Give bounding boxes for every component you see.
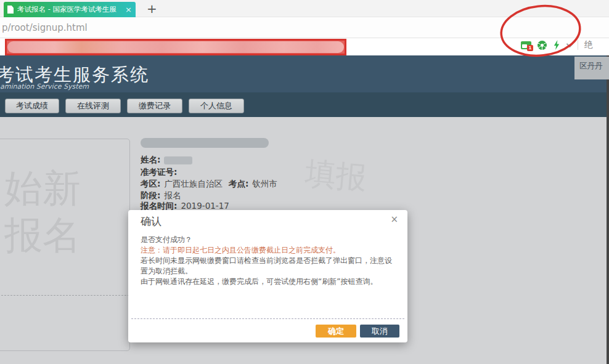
extension-label[interactable]: 绝 [584,39,593,51]
dialog-dashed-divider [131,318,404,319]
watermark-new-signup: 始新 报名 [4,165,81,259]
lightning-icon[interactable] [553,40,560,50]
toolbar-icons: 1 绝 [521,39,593,51]
dialog-line-refresh-hint: 由于网银通讯存在延迟，缴费完成后，可尝试使用右侧“刷新”按钮查询。 [141,277,399,287]
site-label: 考点: [229,179,248,188]
nav-online-test[interactable]: 在线评测 [65,99,121,113]
page-favicon-icon [7,6,14,14]
chevron-down-icon[interactable] [566,41,573,47]
time-label: 报名时间: [141,201,177,211]
nav-payment-records[interactable]: 缴费记录 [127,99,182,113]
aperture-icon[interactable] [537,41,547,50]
name-label: 姓名: [141,155,160,164]
ticket-label: 准考证号: [141,167,177,177]
watermark-line2: 报名 [4,212,81,259]
dialog-close-icon[interactable]: × [390,214,398,225]
dialog-line-notice: 注意：请于即日起七日之内且公告缴费截止日之前完成支付。 [141,245,399,256]
extension-window-icon[interactable]: 1 [521,41,531,49]
dialog-line-popup-hint: 若长时间未显示网银缴费窗口请检查当前浏览器是否拦截了弹出窗口，注意设置为取消拦截… [141,256,399,277]
left-panel: 始新 报名 [0,139,130,351]
tab-close-icon[interactable]: × [125,5,132,14]
browser-window: 考试报名 - 国家医学考试考生服 × + p/root/signup.html … [0,0,609,364]
notification-badge: 1 [527,45,533,51]
area-value: 广西壮族自治区 [164,179,223,188]
blurred-heading [141,138,269,148]
nav-exam-scores[interactable]: 考试成绩 [5,99,59,113]
info-stage: 阶段:报名 [141,190,181,201]
tab-title: 考试报名 - 国家医学考试考生服 [17,5,121,14]
redaction-box [5,39,346,55]
main-content: 始新 报名 填报 姓名: 准考证号: 考区:广西壮族自治区考点:钦州市 阶段:报… [0,117,609,364]
dialog-body: 是否支付成功？ 注意：请于即日起七日之内且公告缴费截止日之前完成支付。 若长时间… [141,235,399,287]
stage-label: 阶段: [141,190,160,200]
site-subtitle: amination Service System [0,83,89,91]
tab-bar: 考试报名 - 国家医学考试考生服 × + [0,0,609,17]
watermark-fill-in: 填报 [303,153,368,199]
redaction-scribble [7,41,344,53]
info-ticket: 准考证号: [141,167,181,178]
user-box[interactable]: 区丹丹 [574,57,609,79]
dialog-title: 确认 [141,214,161,229]
window-body [522,44,527,48]
url-text[interactable]: p/root/signup.html [2,22,88,33]
info-area: 考区:广西壮族自治区考点:钦州市 [141,179,277,190]
window-edge [607,55,609,364]
blurred-name-value [164,156,192,164]
panel-dashed-divider [0,295,129,296]
site-header: 考试考生服务系统 amination Service System 区丹丹 考试… [0,55,609,117]
dialog-line-question: 是否支付成功？ [141,235,399,245]
nav-band: 考试成绩 在线评测 缴费记录 个人信息 [0,92,609,117]
cancel-button[interactable]: 取消 [360,325,399,338]
user-name: 区丹丹 [579,61,609,71]
area-label: 考区: [141,179,160,188]
stage-value: 报名 [164,190,181,200]
nav-personal-info[interactable]: 个人信息 [189,99,244,113]
watermark-line1: 始新 [4,165,81,212]
new-tab-button[interactable]: + [147,1,157,17]
toolbar-divider [578,40,578,50]
browser-tab[interactable]: 考试报名 - 国家医学考试考生服 × [4,2,136,17]
confirm-dialog: 确认 × 是否支付成功？ 注意：请于即日起七日之内且公告缴费截止日之前完成支付。… [128,210,407,342]
time-value: 2019-01-17 [181,201,229,211]
site-value: 钦州市 [252,179,277,188]
confirm-button[interactable]: 确定 [316,325,356,338]
info-name: 姓名: [141,155,192,166]
address-bar[interactable]: p/root/signup.html 1 绝 [0,17,609,38]
